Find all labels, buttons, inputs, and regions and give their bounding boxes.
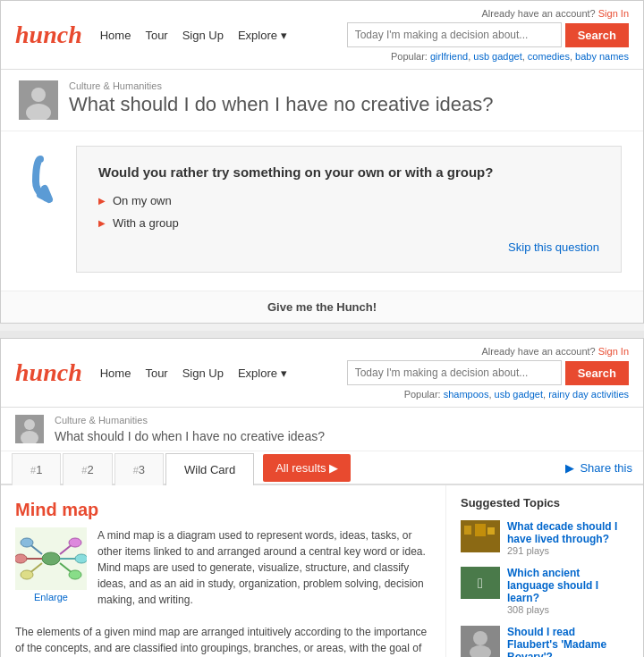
main-nav: Home Tour Sign Up Explore ▾ <box>100 29 287 42</box>
tabs-bar: #1 #2 #3 Wild Card All results ▶ ▶ Share… <box>1 451 643 485</box>
main-nav-2: Home Tour Sign Up Explore ▾ <box>100 366 287 380</box>
popular-link-2[interactable]: usb gadget <box>473 51 521 62</box>
svg-point-16 <box>21 570 33 579</box>
nav-home-2[interactable]: Home <box>100 366 131 380</box>
category-label-2: Culture & Humanities <box>55 415 325 425</box>
popular-link-b3[interactable]: rainy day activities <box>548 389 629 400</box>
suggested-text-3: Should I read Flaubert's 'Madame Bovary'… <box>507 626 629 657</box>
search-input-2[interactable] <box>347 360 562 385</box>
nav-signup-2[interactable]: Sign Up <box>182 366 224 380</box>
nav-home[interactable]: Home <box>100 29 131 42</box>
mindmap-image <box>15 527 87 590</box>
search-button-2[interactable]: Search <box>565 361 629 385</box>
question-title-2: What should I do when I have no creative… <box>55 429 325 443</box>
hunch-logo-2[interactable]: hunch <box>15 358 82 387</box>
arrow-icon <box>22 146 76 204</box>
result-thumbnail: Enlarge <box>15 527 87 602</box>
suggested-link-1[interactable]: What decade should I have lived through? <box>507 520 617 545</box>
suggested-text-1: What decade should I have lived through?… <box>507 520 629 556</box>
give-hunch-bar[interactable]: Give me the Hunch! <box>1 291 643 323</box>
popular-link-b2[interactable]: usb gadget <box>495 389 543 400</box>
search-button[interactable]: Search <box>565 23 629 47</box>
nav-explore[interactable]: Explore ▾ <box>238 29 287 42</box>
svg-point-27 <box>473 631 487 645</box>
search-input[interactable] <box>347 22 562 47</box>
question-title: What should I do when I have no creative… <box>69 93 494 116</box>
svg-point-14 <box>21 538 33 547</box>
tab-3[interactable]: #3 <box>114 453 164 485</box>
avatar-2 <box>15 415 44 443</box>
account-bar-2: Already have an account? Sign In <box>481 346 629 357</box>
enlarge-link[interactable]: Enlarge <box>15 592 87 602</box>
play-icon-1: ▶ <box>98 196 106 206</box>
question-box: Would you rather try something on your o… <box>76 146 622 273</box>
suggested-thumb-3 <box>461 626 500 657</box>
svg-point-18 <box>75 554 87 563</box>
svg-rect-22 <box>475 524 486 536</box>
popular-link-4[interactable]: baby names <box>575 51 629 62</box>
suggested-thumb-1 <box>461 520 500 552</box>
popular-link-b1[interactable]: shampoos <box>444 389 489 400</box>
nav-explore-2[interactable]: Explore ▾ <box>238 366 287 380</box>
signin-link-2[interactable]: Sign In <box>598 346 629 357</box>
svg-point-15 <box>15 554 27 563</box>
signin-link[interactable]: Sign In <box>598 8 629 19</box>
suggested-thumb-2: 𓀀 <box>461 567 500 599</box>
share-button[interactable]: ▶ Share this <box>565 461 632 475</box>
result-title: Mind map <box>15 500 431 520</box>
popular-link-3[interactable]: comedies <box>528 51 570 62</box>
results-body: Mind map <box>1 485 643 657</box>
tab-2[interactable]: #2 <box>63 453 112 485</box>
suggested-item-2: 𓀀 Which ancient language should I learn?… <box>461 567 629 615</box>
main-result: Mind map <box>1 485 446 657</box>
option-own[interactable]: ▶ On my own <box>98 194 599 207</box>
question-meta: Culture & Humanities What should I do wh… <box>69 80 494 116</box>
question-prompt: Would you rather try something on your o… <box>98 164 599 180</box>
svg-point-1 <box>31 88 46 102</box>
play-icon-share: ▶ <box>565 461 574 475</box>
svg-point-7 <box>42 552 60 565</box>
svg-rect-21 <box>464 526 471 535</box>
option-group[interactable]: ▶ With a group <box>98 216 599 230</box>
tab-wildcard[interactable]: Wild Card <box>165 453 254 485</box>
category-label: Culture & Humanities <box>69 80 494 91</box>
suggested-item-3: Should I read Flaubert's 'Madame Bovary'… <box>461 626 629 657</box>
question-header-2: Culture & Humanities What should I do wh… <box>1 408 643 451</box>
skip-link[interactable]: Skip this question <box>508 240 599 254</box>
popular-bar-2: Popular: shampoos, usb gadget, rainy day… <box>404 389 629 400</box>
suggested-link-2[interactable]: Which ancient language should I learn? <box>507 567 598 604</box>
suggested-title: Suggested Topics <box>461 496 629 510</box>
popular-link-1[interactable]: girlfriend <box>430 51 468 62</box>
hunch-logo[interactable]: hunch <box>15 21 82 49</box>
question-body: Would you rather try something on your o… <box>1 131 643 291</box>
svg-point-17 <box>69 538 81 547</box>
tab-1[interactable]: #1 <box>12 453 61 485</box>
play-icon-2: ▶ <box>98 218 106 228</box>
suggested-item-1: What decade should I have lived through?… <box>461 520 629 556</box>
skip-link-container: Skip this question <box>98 240 599 254</box>
suggested-plays-2: 308 plays <box>507 604 629 615</box>
nav-tour-2[interactable]: Tour <box>145 366 167 380</box>
svg-rect-23 <box>487 527 495 535</box>
nav-tour[interactable]: Tour <box>145 29 167 42</box>
svg-point-19 <box>69 570 81 579</box>
account-bar: Already have an account? Sign In <box>481 8 629 19</box>
suggested-text-2: Which ancient language should I learn? 3… <box>507 567 629 615</box>
question-meta-2: Culture & Humanities What should I do wh… <box>55 415 325 443</box>
nav-signup[interactable]: Sign Up <box>182 29 224 42</box>
popular-bar: Popular: girlfriend, usb gadget, comedie… <box>391 51 629 62</box>
suggested-plays-1: 291 plays <box>507 545 629 556</box>
suggested-link-3[interactable]: Should I read Flaubert's 'Madame Bovary'… <box>507 626 606 657</box>
question-header: Culture & Humanities What should I do wh… <box>1 70 643 131</box>
svg-point-4 <box>24 419 35 430</box>
svg-text:𓀀: 𓀀 <box>478 576 483 591</box>
avatar <box>19 80 58 120</box>
tab-all-results[interactable]: All results ▶ <box>263 454 351 482</box>
suggested-sidebar: Suggested Topics What decade should I ha… <box>446 485 643 657</box>
